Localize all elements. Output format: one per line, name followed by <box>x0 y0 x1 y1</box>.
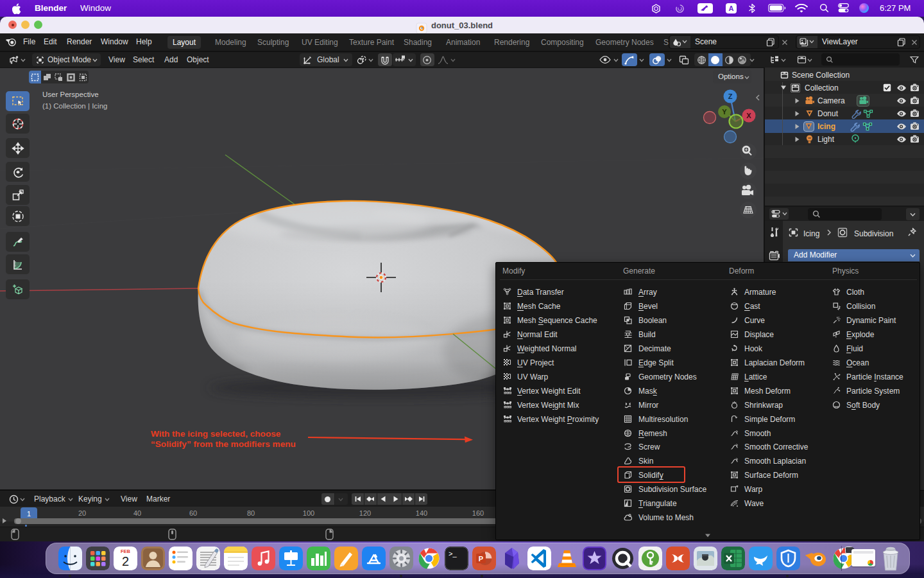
svg-text:Y: Y <box>722 108 727 116</box>
svg-text:2: 2 <box>122 554 129 568</box>
svg-text:FEB: FEB <box>121 548 131 554</box>
svg-text:X: X <box>746 112 751 119</box>
svg-text:P: P <box>479 555 483 563</box>
svg-text:Z: Z <box>728 92 733 100</box>
svg-text:>_: >_ <box>449 550 457 557</box>
